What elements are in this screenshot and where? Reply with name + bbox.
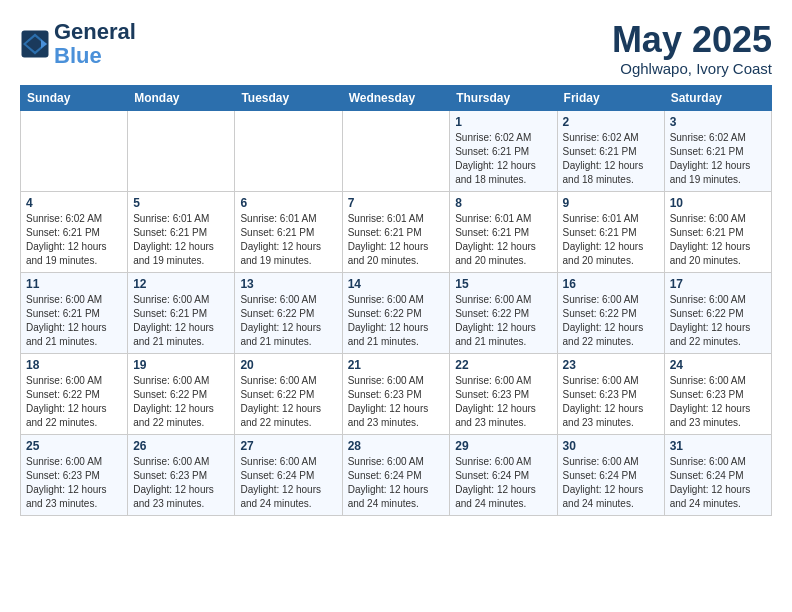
day-number: 8: [455, 196, 551, 210]
calendar-cell: 4Sunrise: 6:02 AM Sunset: 6:21 PM Daylig…: [21, 191, 128, 272]
day-number: 20: [240, 358, 336, 372]
calendar-cell: 28Sunrise: 6:00 AM Sunset: 6:24 PM Dayli…: [342, 434, 450, 515]
weekday-header: Friday: [557, 85, 664, 110]
cell-content: Sunrise: 6:00 AM Sunset: 6:24 PM Dayligh…: [240, 455, 336, 511]
calendar-cell: 7Sunrise: 6:01 AM Sunset: 6:21 PM Daylig…: [342, 191, 450, 272]
day-number: 23: [563, 358, 659, 372]
calendar-cell: 5Sunrise: 6:01 AM Sunset: 6:21 PM Daylig…: [128, 191, 235, 272]
calendar-cell: 16Sunrise: 6:00 AM Sunset: 6:22 PM Dayli…: [557, 272, 664, 353]
cell-content: Sunrise: 6:00 AM Sunset: 6:21 PM Dayligh…: [670, 212, 766, 268]
month-title: May 2025: [612, 20, 772, 60]
day-number: 5: [133, 196, 229, 210]
calendar-cell: 25Sunrise: 6:00 AM Sunset: 6:23 PM Dayli…: [21, 434, 128, 515]
calendar-cell: 14Sunrise: 6:00 AM Sunset: 6:22 PM Dayli…: [342, 272, 450, 353]
weekday-header: Monday: [128, 85, 235, 110]
weekday-header: Sunday: [21, 85, 128, 110]
calendar-week-row: 4Sunrise: 6:02 AM Sunset: 6:21 PM Daylig…: [21, 191, 772, 272]
day-number: 18: [26, 358, 122, 372]
cell-content: Sunrise: 6:00 AM Sunset: 6:24 PM Dayligh…: [455, 455, 551, 511]
calendar-cell: [21, 110, 128, 191]
cell-content: Sunrise: 6:00 AM Sunset: 6:22 PM Dayligh…: [348, 293, 445, 349]
calendar-cell: 9Sunrise: 6:01 AM Sunset: 6:21 PM Daylig…: [557, 191, 664, 272]
cell-content: Sunrise: 6:00 AM Sunset: 6:23 PM Dayligh…: [455, 374, 551, 430]
weekday-header: Tuesday: [235, 85, 342, 110]
day-number: 24: [670, 358, 766, 372]
calendar-cell: 18Sunrise: 6:00 AM Sunset: 6:22 PM Dayli…: [21, 353, 128, 434]
logo-icon: [20, 29, 50, 59]
day-number: 2: [563, 115, 659, 129]
cell-content: Sunrise: 6:00 AM Sunset: 6:21 PM Dayligh…: [133, 293, 229, 349]
calendar-cell: 8Sunrise: 6:01 AM Sunset: 6:21 PM Daylig…: [450, 191, 557, 272]
day-number: 27: [240, 439, 336, 453]
day-number: 11: [26, 277, 122, 291]
cell-content: Sunrise: 6:01 AM Sunset: 6:21 PM Dayligh…: [240, 212, 336, 268]
day-number: 13: [240, 277, 336, 291]
page: General Blue May 2025 Oghlwapo, Ivory Co…: [0, 0, 792, 526]
day-number: 28: [348, 439, 445, 453]
cell-content: Sunrise: 6:00 AM Sunset: 6:22 PM Dayligh…: [26, 374, 122, 430]
calendar-table: SundayMondayTuesdayWednesdayThursdayFrid…: [20, 85, 772, 516]
cell-content: Sunrise: 6:00 AM Sunset: 6:21 PM Dayligh…: [26, 293, 122, 349]
cell-content: Sunrise: 6:01 AM Sunset: 6:21 PM Dayligh…: [455, 212, 551, 268]
day-number: 15: [455, 277, 551, 291]
calendar-cell: 29Sunrise: 6:00 AM Sunset: 6:24 PM Dayli…: [450, 434, 557, 515]
calendar-cell: 17Sunrise: 6:00 AM Sunset: 6:22 PM Dayli…: [664, 272, 771, 353]
cell-content: Sunrise: 6:01 AM Sunset: 6:21 PM Dayligh…: [348, 212, 445, 268]
cell-content: Sunrise: 6:00 AM Sunset: 6:24 PM Dayligh…: [563, 455, 659, 511]
weekday-header: Wednesday: [342, 85, 450, 110]
calendar-cell: 2Sunrise: 6:02 AM Sunset: 6:21 PM Daylig…: [557, 110, 664, 191]
calendar-cell: [342, 110, 450, 191]
calendar-cell: 30Sunrise: 6:00 AM Sunset: 6:24 PM Dayli…: [557, 434, 664, 515]
calendar-cell: 26Sunrise: 6:00 AM Sunset: 6:23 PM Dayli…: [128, 434, 235, 515]
calendar-cell: 22Sunrise: 6:00 AM Sunset: 6:23 PM Dayli…: [450, 353, 557, 434]
calendar-cell: 19Sunrise: 6:00 AM Sunset: 6:22 PM Dayli…: [128, 353, 235, 434]
logo-text: General Blue: [54, 20, 136, 68]
calendar-week-row: 18Sunrise: 6:00 AM Sunset: 6:22 PM Dayli…: [21, 353, 772, 434]
day-number: 19: [133, 358, 229, 372]
calendar-cell: 24Sunrise: 6:00 AM Sunset: 6:23 PM Dayli…: [664, 353, 771, 434]
cell-content: Sunrise: 6:02 AM Sunset: 6:21 PM Dayligh…: [670, 131, 766, 187]
cell-content: Sunrise: 6:00 AM Sunset: 6:22 PM Dayligh…: [563, 293, 659, 349]
calendar-week-row: 25Sunrise: 6:00 AM Sunset: 6:23 PM Dayli…: [21, 434, 772, 515]
calendar-cell: 3Sunrise: 6:02 AM Sunset: 6:21 PM Daylig…: [664, 110, 771, 191]
day-number: 4: [26, 196, 122, 210]
calendar-cell: 15Sunrise: 6:00 AM Sunset: 6:22 PM Dayli…: [450, 272, 557, 353]
calendar-week-row: 11Sunrise: 6:00 AM Sunset: 6:21 PM Dayli…: [21, 272, 772, 353]
cell-content: Sunrise: 6:00 AM Sunset: 6:23 PM Dayligh…: [133, 455, 229, 511]
cell-content: Sunrise: 6:00 AM Sunset: 6:24 PM Dayligh…: [670, 455, 766, 511]
weekday-header-row: SundayMondayTuesdayWednesdayThursdayFrid…: [21, 85, 772, 110]
logo-line2: Blue: [54, 44, 136, 68]
day-number: 1: [455, 115, 551, 129]
calendar-cell: 11Sunrise: 6:00 AM Sunset: 6:21 PM Dayli…: [21, 272, 128, 353]
weekday-header: Thursday: [450, 85, 557, 110]
header: General Blue May 2025 Oghlwapo, Ivory Co…: [20, 20, 772, 77]
cell-content: Sunrise: 6:00 AM Sunset: 6:22 PM Dayligh…: [240, 374, 336, 430]
cell-content: Sunrise: 6:00 AM Sunset: 6:22 PM Dayligh…: [455, 293, 551, 349]
day-number: 21: [348, 358, 445, 372]
cell-content: Sunrise: 6:02 AM Sunset: 6:21 PM Dayligh…: [563, 131, 659, 187]
day-number: 9: [563, 196, 659, 210]
day-number: 30: [563, 439, 659, 453]
day-number: 12: [133, 277, 229, 291]
cell-content: Sunrise: 6:00 AM Sunset: 6:23 PM Dayligh…: [26, 455, 122, 511]
day-number: 7: [348, 196, 445, 210]
cell-content: Sunrise: 6:00 AM Sunset: 6:23 PM Dayligh…: [348, 374, 445, 430]
cell-content: Sunrise: 6:01 AM Sunset: 6:21 PM Dayligh…: [133, 212, 229, 268]
day-number: 14: [348, 277, 445, 291]
cell-content: Sunrise: 6:02 AM Sunset: 6:21 PM Dayligh…: [455, 131, 551, 187]
day-number: 31: [670, 439, 766, 453]
day-number: 25: [26, 439, 122, 453]
day-number: 16: [563, 277, 659, 291]
calendar-cell: 13Sunrise: 6:00 AM Sunset: 6:22 PM Dayli…: [235, 272, 342, 353]
calendar-cell: 10Sunrise: 6:00 AM Sunset: 6:21 PM Dayli…: [664, 191, 771, 272]
cell-content: Sunrise: 6:00 AM Sunset: 6:23 PM Dayligh…: [670, 374, 766, 430]
cell-content: Sunrise: 6:00 AM Sunset: 6:22 PM Dayligh…: [670, 293, 766, 349]
cell-content: Sunrise: 6:00 AM Sunset: 6:22 PM Dayligh…: [133, 374, 229, 430]
cell-content: Sunrise: 6:00 AM Sunset: 6:24 PM Dayligh…: [348, 455, 445, 511]
day-number: 17: [670, 277, 766, 291]
day-number: 22: [455, 358, 551, 372]
calendar-week-row: 1Sunrise: 6:02 AM Sunset: 6:21 PM Daylig…: [21, 110, 772, 191]
logo: General Blue: [20, 20, 136, 68]
cell-content: Sunrise: 6:02 AM Sunset: 6:21 PM Dayligh…: [26, 212, 122, 268]
day-number: 26: [133, 439, 229, 453]
